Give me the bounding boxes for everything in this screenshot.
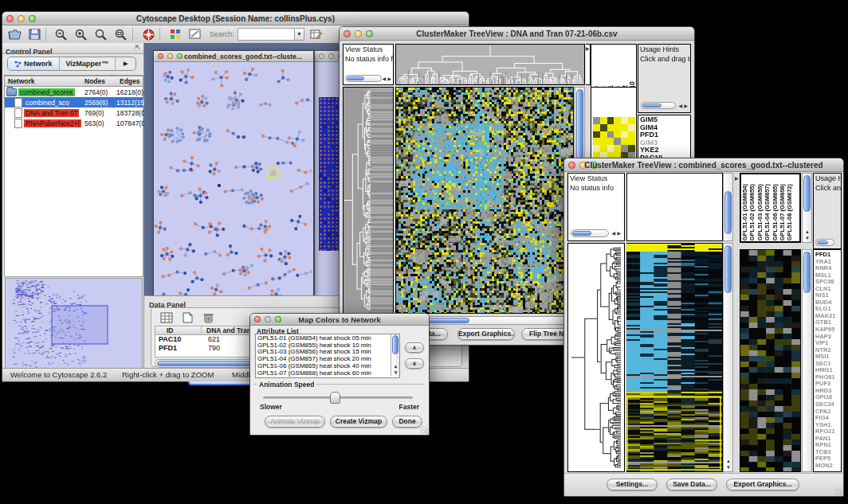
close-button[interactable]: [568, 162, 575, 169]
tv2-usage-hints: Usage Hi Click and: [813, 173, 842, 249]
usage-hints-scrollbar[interactable]: [641, 102, 676, 109]
map-colors-icon[interactable]: [167, 27, 183, 41]
matrix-cell: [628, 138, 635, 145]
heatmap-col-label[interactable]: GPL51-02 (GSM855): [749, 184, 756, 240]
move-up-button[interactable]: ∧: [405, 342, 424, 353]
zoom-selected-icon[interactable]: [93, 27, 109, 41]
tv1-row-dendrogram[interactable]: [343, 87, 394, 314]
matrix-cell: [607, 117, 614, 124]
gene-label[interactable]: MON2: [815, 463, 839, 470]
slower-label: Slower: [260, 403, 282, 411]
status-left: Welcome to Cytoscape 2.6.2: [10, 370, 107, 379]
network-name: DNA and Tran 07: [24, 109, 79, 117]
table-icon[interactable]: [159, 311, 175, 325]
usage-hints-scrollbar[interactable]: [815, 239, 834, 246]
tv1-column-dendrogram[interactable]: [395, 44, 585, 85]
tv2-view-status: View Status No status info ◀▶: [567, 173, 625, 241]
network-canvas[interactable]: [154, 62, 312, 295]
move-down-button[interactable]: ∨: [405, 358, 424, 369]
tv2-heatmap[interactable]: [626, 243, 723, 472]
network-nodes: 769(0): [84, 109, 104, 117]
matrix-cell: [607, 145, 614, 152]
main-titlebar[interactable]: Cytoscape Desktop (Session Name: collins…: [2, 12, 469, 25]
matrix-cell: [614, 145, 621, 152]
save-icon[interactable]: [26, 27, 42, 41]
usage-hints-text: Click and drag tc: [638, 54, 690, 64]
zoom-fit-icon[interactable]: [113, 27, 129, 41]
tab-vizmapper[interactable]: VizMapper™: [60, 57, 116, 70]
table-edit-icon[interactable]: [308, 27, 324, 41]
search-input[interactable]: [238, 28, 295, 41]
network-table-row[interactable]: RNAPuberNov2+|563(0)107847(0): [5, 118, 143, 128]
close-button[interactable]: [6, 15, 14, 22]
close-button[interactable]: [254, 316, 261, 322]
tab-network[interactable]: Network: [8, 57, 60, 70]
tv2-titlebar[interactable]: ClusterMaker TreeView : combined_scores_…: [564, 158, 843, 172]
matrix-cell: [621, 145, 628, 152]
network-edges: 16218(0): [116, 88, 143, 96]
attribute-list-scrollbar[interactable]: ▲▼: [391, 334, 399, 376]
tv1-heatmap[interactable]: [395, 87, 574, 314]
matrix-cell: [621, 131, 628, 139]
annotation-icon[interactable]: [187, 27, 203, 41]
zoom-out-icon[interactable]: [53, 27, 69, 41]
minimize-button[interactable]: [328, 53, 334, 59]
animate-vizmap-button[interactable]: Animate Vizmap: [265, 416, 325, 428]
tab-vizmapper-label: VizMapper™: [66, 60, 109, 68]
network-table-row[interactable]: combined_scores2764(0)16218(0): [5, 87, 143, 97]
zoom-in-icon[interactable]: [73, 27, 89, 41]
network-name: RNAPuberNov2+|: [24, 119, 81, 127]
tv2-row-dendrogram[interactable]: [567, 243, 625, 472]
create-vizmap-button[interactable]: Create Vizmap: [330, 416, 387, 428]
tv1-titlebar[interactable]: ClusterMaker TreeView : DNA and Tran 07-…: [340, 27, 694, 41]
dialog-titlebar[interactable]: Map Colors to Network: [250, 314, 429, 326]
tv1-title: ClusterMaker TreeView : DNA and Tran 07-…: [359, 29, 675, 38]
close-button[interactable]: [158, 53, 163, 59]
tv2-top-vscrollbar[interactable]: [723, 173, 733, 241]
tv2-secondary-heatmap[interactable]: [740, 249, 801, 472]
settings-button[interactable]: Settings...: [607, 479, 658, 490]
tv1-similarity-matrix[interactable]: [593, 117, 635, 159]
export-graphics-button[interactable]: Export Graphics...: [726, 479, 799, 490]
network-nodes: 2764(0): [84, 88, 108, 96]
tab-overflow-button[interactable]: ▶: [116, 57, 135, 70]
tv2-labels-vscrollbar[interactable]: ▲▼: [802, 173, 812, 243]
tab-overflow-arrow: ▶: [124, 61, 128, 67]
birds-eye-view[interactable]: [5, 278, 143, 373]
network-table-row[interactable]: DNA and Tran 07769(0)183728(0): [5, 107, 143, 118]
float-panel-icon[interactable]: ⇱: [135, 44, 140, 51]
view-status-scrollbar[interactable]: [345, 75, 382, 82]
minimize-button[interactable]: [167, 53, 173, 59]
tv2-heatmap-vscrollbar[interactable]: ▲▼: [723, 243, 733, 472]
resize-grip[interactable]: [420, 426, 428, 434]
tv2-secondary-vscrollbar[interactable]: [802, 249, 812, 472]
help-lifering-icon[interactable]: [140, 27, 156, 41]
attribute-list-item[interactable]: GPL51-07 (GSM868) heat shock 60 min: [257, 370, 398, 377]
matrix-cell: [600, 124, 607, 131]
search-dropdown-icon[interactable]: ▼: [295, 28, 304, 41]
heatmap-col-label[interactable]: GPL51-08 (GSM872): [787, 184, 794, 240]
close-button[interactable]: [344, 30, 351, 37]
open-folder-icon[interactable]: [6, 27, 22, 41]
view-status-scrollbar[interactable]: [571, 229, 609, 237]
map-colors-dialog: Map Colors to Network Attribute List GPL…: [249, 313, 430, 436]
tv2-title: ClusterMaker TreeView : combined_scores_…: [583, 161, 824, 170]
usage-hints-title: Usage Hi: [814, 174, 841, 183]
network-table-row[interactable]: combined_sco2569(6)13112(15): [5, 97, 143, 107]
matrix-cell: [621, 117, 628, 124]
search-label: Search:: [210, 30, 234, 38]
export-graphics-button[interactable]: Export Graphics...: [457, 328, 515, 340]
save-data-button[interactable]: Save Data...: [666, 479, 717, 490]
matrix-cell: [628, 131, 635, 139]
resize-grip[interactable]: [834, 487, 842, 495]
file-icon: [14, 108, 22, 118]
trash-icon[interactable]: [200, 311, 216, 325]
heatmap-col-label[interactable]: GPL51-04 (GSM857): [764, 184, 771, 240]
network-icon: [14, 61, 22, 68]
close-button[interactable]: [319, 53, 324, 59]
matrix-cell: [600, 138, 607, 145]
animation-speed-slider-thumb[interactable]: [330, 392, 340, 404]
new-document-icon[interactable]: [179, 311, 195, 325]
matrix-cell: [614, 138, 621, 145]
done-button[interactable]: Done: [392, 416, 422, 428]
